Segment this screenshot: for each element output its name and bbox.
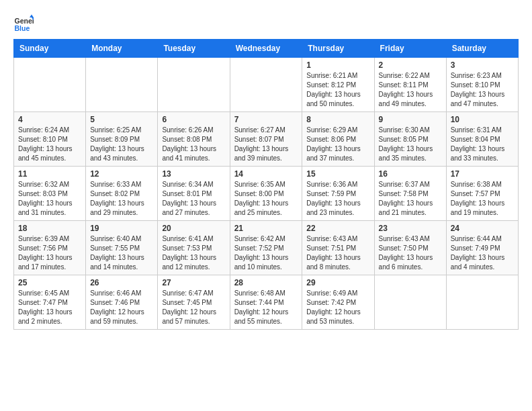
calendar-cell: 29Sunrise: 6:49 AM Sunset: 7:42 PM Dayli… <box>302 275 374 330</box>
day-info: Sunrise: 6:43 AM Sunset: 7:51 PM Dayligh… <box>306 234 369 272</box>
calendar-cell: 26Sunrise: 6:46 AM Sunset: 7:46 PM Dayli… <box>86 275 158 330</box>
day-info: Sunrise: 6:22 AM Sunset: 8:11 PM Dayligh… <box>379 71 442 109</box>
day-info: Sunrise: 6:32 AM Sunset: 8:03 PM Dayligh… <box>18 180 81 218</box>
logo: General Blue <box>13 13 36 34</box>
day-number: 9 <box>379 115 442 124</box>
day-header-thursday: Thursday <box>302 40 374 58</box>
calendar-cell <box>374 275 446 330</box>
day-number: 26 <box>90 278 153 287</box>
calendar-cell <box>86 58 158 112</box>
day-number: 23 <box>379 224 442 233</box>
day-number: 6 <box>162 115 225 124</box>
calendar-cell: 9Sunrise: 6:30 AM Sunset: 8:05 PM Daylig… <box>374 112 446 167</box>
day-info: Sunrise: 6:26 AM Sunset: 8:08 PM Dayligh… <box>162 126 225 163</box>
day-number: 16 <box>379 169 442 179</box>
calendar-cell: 16Sunrise: 6:37 AM Sunset: 7:58 PM Dayli… <box>374 167 446 221</box>
day-header-friday: Friday <box>374 40 446 58</box>
day-info: Sunrise: 6:35 AM Sunset: 8:00 PM Dayligh… <box>234 180 298 218</box>
day-number: 4 <box>18 115 81 124</box>
day-info: Sunrise: 6:37 AM Sunset: 7:58 PM Dayligh… <box>379 180 442 218</box>
day-number: 11 <box>18 169 81 179</box>
day-number: 19 <box>90 224 153 233</box>
calendar-week-row: 18Sunrise: 6:39 AM Sunset: 7:56 PM Dayli… <box>14 221 519 275</box>
calendar-cell: 7Sunrise: 6:27 AM Sunset: 8:07 PM Daylig… <box>230 112 302 167</box>
day-info: Sunrise: 6:36 AM Sunset: 7:59 PM Dayligh… <box>306 180 369 218</box>
calendar-cell <box>446 275 518 330</box>
calendar-cell: 27Sunrise: 6:47 AM Sunset: 7:45 PM Dayli… <box>158 275 230 330</box>
calendar-cell: 8Sunrise: 6:29 AM Sunset: 8:06 PM Daylig… <box>302 112 374 167</box>
day-number: 18 <box>18 224 81 233</box>
day-info: Sunrise: 6:43 AM Sunset: 7:50 PM Dayligh… <box>379 234 442 272</box>
day-number: 14 <box>234 169 298 179</box>
day-number: 20 <box>162 224 225 233</box>
day-number: 17 <box>451 169 514 179</box>
calendar-cell: 28Sunrise: 6:48 AM Sunset: 7:44 PM Dayli… <box>230 275 302 330</box>
calendar-cell: 11Sunrise: 6:32 AM Sunset: 8:03 PM Dayli… <box>14 167 86 221</box>
day-number: 22 <box>306 224 369 233</box>
day-info: Sunrise: 6:49 AM Sunset: 7:42 PM Dayligh… <box>306 289 369 326</box>
day-number: 15 <box>306 169 369 179</box>
calendar-week-row: 11Sunrise: 6:32 AM Sunset: 8:03 PM Dayli… <box>14 167 519 221</box>
day-info: Sunrise: 6:45 AM Sunset: 7:47 PM Dayligh… <box>18 289 81 326</box>
day-info: Sunrise: 6:34 AM Sunset: 8:01 PM Dayligh… <box>162 180 225 218</box>
day-number: 2 <box>379 60 442 70</box>
day-number: 29 <box>306 278 369 287</box>
day-info: Sunrise: 6:39 AM Sunset: 7:56 PM Dayligh… <box>18 234 81 272</box>
day-number: 8 <box>306 115 369 124</box>
calendar-cell: 23Sunrise: 6:43 AM Sunset: 7:50 PM Dayli… <box>374 221 446 275</box>
day-info: Sunrise: 6:27 AM Sunset: 8:07 PM Dayligh… <box>234 126 298 163</box>
day-number: 25 <box>18 278 81 287</box>
day-info: Sunrise: 6:25 AM Sunset: 8:09 PM Dayligh… <box>90 126 153 163</box>
day-number: 27 <box>162 278 225 287</box>
day-info: Sunrise: 6:42 AM Sunset: 7:52 PM Dayligh… <box>234 234 298 272</box>
calendar-cell: 21Sunrise: 6:42 AM Sunset: 7:52 PM Dayli… <box>230 221 302 275</box>
day-header-sunday: Sunday <box>14 40 86 58</box>
svg-text:Blue: Blue <box>15 24 30 32</box>
day-info: Sunrise: 6:33 AM Sunset: 8:02 PM Dayligh… <box>90 180 153 218</box>
svg-marker-2 <box>30 15 34 18</box>
calendar-cell: 2Sunrise: 6:22 AM Sunset: 8:11 PM Daylig… <box>374 58 446 112</box>
calendar-cell: 17Sunrise: 6:38 AM Sunset: 7:57 PM Dayli… <box>446 167 518 221</box>
calendar-cell: 25Sunrise: 6:45 AM Sunset: 7:47 PM Dayli… <box>14 275 86 330</box>
calendar-cell: 20Sunrise: 6:41 AM Sunset: 7:53 PM Dayli… <box>158 221 230 275</box>
day-header-monday: Monday <box>86 40 158 58</box>
day-info: Sunrise: 6:41 AM Sunset: 7:53 PM Dayligh… <box>162 234 225 272</box>
day-number: 7 <box>234 115 298 124</box>
calendar-cell: 10Sunrise: 6:31 AM Sunset: 8:04 PM Dayli… <box>446 112 518 167</box>
day-header-tuesday: Tuesday <box>158 40 230 58</box>
day-info: Sunrise: 6:40 AM Sunset: 7:55 PM Dayligh… <box>90 234 153 272</box>
calendar-cell <box>158 58 230 112</box>
calendar-week-row: 1Sunrise: 6:21 AM Sunset: 8:12 PM Daylig… <box>14 58 519 112</box>
calendar-cell: 12Sunrise: 6:33 AM Sunset: 8:02 PM Dayli… <box>86 167 158 221</box>
calendar-cell: 13Sunrise: 6:34 AM Sunset: 8:01 PM Dayli… <box>158 167 230 221</box>
calendar-cell: 22Sunrise: 6:43 AM Sunset: 7:51 PM Dayli… <box>302 221 374 275</box>
day-number: 5 <box>90 115 153 124</box>
calendar-cell: 5Sunrise: 6:25 AM Sunset: 8:09 PM Daylig… <box>86 112 158 167</box>
calendar-cell: 6Sunrise: 6:26 AM Sunset: 8:08 PM Daylig… <box>158 112 230 167</box>
calendar-cell: 19Sunrise: 6:40 AM Sunset: 7:55 PM Dayli… <box>86 221 158 275</box>
calendar-cell: 18Sunrise: 6:39 AM Sunset: 7:56 PM Dayli… <box>14 221 86 275</box>
day-number: 12 <box>90 169 153 179</box>
day-number: 1 <box>306 60 369 70</box>
calendar-week-row: 4Sunrise: 6:24 AM Sunset: 8:10 PM Daylig… <box>14 112 519 167</box>
day-info: Sunrise: 6:30 AM Sunset: 8:05 PM Dayligh… <box>379 126 442 163</box>
day-info: Sunrise: 6:48 AM Sunset: 7:44 PM Dayligh… <box>234 289 298 326</box>
day-header-wednesday: Wednesday <box>230 40 302 58</box>
day-number: 10 <box>451 115 514 124</box>
day-info: Sunrise: 6:44 AM Sunset: 7:49 PM Dayligh… <box>451 234 514 272</box>
day-info: Sunrise: 6:38 AM Sunset: 7:57 PM Dayligh… <box>451 180 514 218</box>
page-header: General Blue <box>13 13 519 34</box>
calendar-cell: 24Sunrise: 6:44 AM Sunset: 7:49 PM Dayli… <box>446 221 518 275</box>
day-number: 28 <box>234 278 298 287</box>
calendar-cell: 4Sunrise: 6:24 AM Sunset: 8:10 PM Daylig… <box>14 112 86 167</box>
day-info: Sunrise: 6:46 AM Sunset: 7:46 PM Dayligh… <box>90 289 153 326</box>
day-info: Sunrise: 6:29 AM Sunset: 8:06 PM Dayligh… <box>306 126 369 163</box>
calendar-table: SundayMondayTuesdayWednesdayThursdayFrid… <box>13 39 519 330</box>
calendar-cell: 1Sunrise: 6:21 AM Sunset: 8:12 PM Daylig… <box>302 58 374 112</box>
day-number: 21 <box>234 224 298 233</box>
day-header-saturday: Saturday <box>446 40 518 58</box>
calendar-week-row: 25Sunrise: 6:45 AM Sunset: 7:47 PM Dayli… <box>14 275 519 330</box>
logo-icon: General Blue <box>13 13 34 34</box>
day-info: Sunrise: 6:47 AM Sunset: 7:45 PM Dayligh… <box>162 289 225 326</box>
day-number: 3 <box>451 60 514 70</box>
